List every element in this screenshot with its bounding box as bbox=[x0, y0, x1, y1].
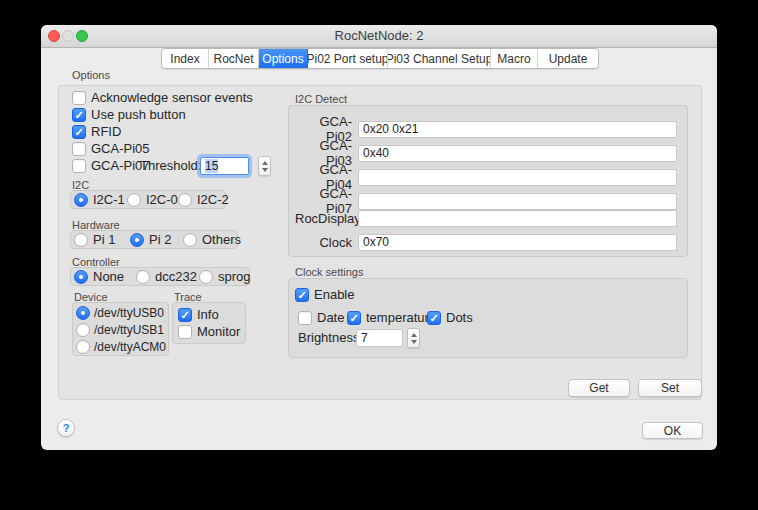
tab-update[interactable]: Update bbox=[538, 49, 598, 68]
stepper-up-icon bbox=[411, 333, 417, 337]
radio-label: Pi 2 bbox=[149, 233, 171, 247]
radio-pi-2[interactable]: Pi 2 bbox=[130, 233, 171, 247]
title-bar[interactable]: RocNetNode: 2 bbox=[41, 25, 717, 48]
help-button[interactable]: ? bbox=[57, 419, 75, 437]
radio-label: Pi 1 bbox=[93, 233, 115, 247]
brightness-stepper[interactable] bbox=[407, 328, 420, 348]
radio-icon bbox=[199, 270, 213, 284]
radio-icon bbox=[76, 323, 90, 337]
checkbox-icon bbox=[72, 142, 86, 156]
close-button[interactable] bbox=[48, 30, 60, 42]
checkbox-label: Use push button bbox=[91, 108, 186, 122]
brightness-input[interactable]: 7 bbox=[356, 329, 403, 347]
i2c-detect-row: RocDisplay bbox=[295, 210, 677, 227]
rocdisplay-input[interactable] bbox=[358, 210, 677, 227]
stepper-up-icon bbox=[262, 161, 268, 165]
stepper-down-icon bbox=[262, 168, 268, 172]
radio-icon bbox=[74, 270, 88, 284]
i2c-detect-group-label: I2C Detect bbox=[295, 93, 347, 105]
radio-icon bbox=[183, 233, 197, 247]
threshold-label-text: Threshold: bbox=[140, 159, 201, 173]
window-title: RocNetNode: 2 bbox=[335, 28, 424, 43]
checkbox-icon bbox=[72, 91, 86, 105]
radio-none[interactable]: None bbox=[74, 270, 124, 284]
checkbox-label: RFID bbox=[91, 125, 121, 139]
checkbox-icon bbox=[427, 311, 441, 325]
minimize-button[interactable] bbox=[62, 30, 74, 42]
radio-icon bbox=[74, 193, 88, 207]
checkbox-dots[interactable]: Dots bbox=[427, 311, 473, 325]
threshold-stepper[interactable] bbox=[258, 156, 271, 176]
radio-label: /dev/ttyUSB1 bbox=[94, 323, 164, 337]
radio-icon bbox=[136, 270, 150, 284]
radio-icon bbox=[76, 306, 90, 320]
tab-label: Options bbox=[262, 52, 303, 66]
radio-icon bbox=[76, 340, 90, 354]
checkbox-label: Enable bbox=[314, 288, 354, 302]
radio-dev-ttyusb1[interactable]: /dev/ttyUSB1 bbox=[76, 323, 164, 337]
desktop: { "window": { "title": "RocNetNode: 2" }… bbox=[0, 0, 758, 510]
tab-macro[interactable]: Macro bbox=[491, 49, 538, 68]
checkbox-acknowledge-sensor-events[interactable]: Acknowledge sensor events bbox=[72, 91, 253, 105]
gca-pi04-input[interactable] bbox=[358, 169, 677, 186]
tab-options[interactable]: Options bbox=[259, 49, 308, 68]
checkbox-temperature[interactable]: temperature bbox=[347, 311, 436, 325]
set-button[interactable]: Set bbox=[638, 379, 702, 397]
checkbox-use-push-button[interactable]: Use push button bbox=[72, 108, 186, 122]
gca-pi03-input[interactable]: 0x40 bbox=[358, 145, 677, 162]
radio-dcc232[interactable]: dcc232 bbox=[136, 270, 197, 284]
radio-label: dcc232 bbox=[155, 270, 197, 284]
radio-sprog[interactable]: sprog bbox=[199, 270, 251, 284]
threshold-value: 15 bbox=[205, 159, 218, 173]
checkbox-monitor[interactable]: Monitor bbox=[178, 325, 240, 339]
threshold-input[interactable]: 15 bbox=[200, 157, 249, 175]
radio-i2c-0[interactable]: I2C-0 bbox=[127, 193, 178, 207]
radio-icon bbox=[74, 233, 88, 247]
clock-settings-group-label: Clock settings bbox=[295, 266, 363, 278]
checkbox-enable[interactable]: Enable bbox=[295, 288, 354, 302]
radio-label: /dev/ttyACM0 bbox=[94, 340, 166, 354]
gca-pi07-input[interactable] bbox=[358, 193, 677, 210]
tab-rocnet[interactable]: RocNet bbox=[209, 49, 259, 68]
checkbox-rfid[interactable]: RFID bbox=[72, 125, 121, 139]
brightness-label-text: Brightness bbox=[298, 331, 359, 345]
tab-index[interactable]: Index bbox=[162, 49, 209, 68]
checkbox-date[interactable]: Date bbox=[298, 311, 344, 325]
checkbox-icon bbox=[347, 311, 361, 325]
gca-pi02-input[interactable]: 0x20 0x21 bbox=[358, 121, 677, 138]
tab-pi02-port-setup[interactable]: Pi02 Port setup bbox=[308, 49, 388, 68]
checkbox-gca-pi05[interactable]: GCA-Pi05 bbox=[72, 142, 150, 156]
radio-label: /dev/ttyUSB0 bbox=[94, 306, 164, 320]
stepper-down-icon bbox=[411, 340, 417, 344]
checkbox-icon bbox=[295, 288, 309, 302]
checkbox-label: Date bbox=[317, 311, 344, 325]
tab-label: Macro bbox=[497, 52, 530, 66]
get-button[interactable]: Get bbox=[568, 379, 630, 397]
checkbox-info[interactable]: Info bbox=[178, 308, 219, 322]
rocnetnode-dialog: RocNetNode: 2 Index RocNet Options Pi02 … bbox=[41, 25, 717, 450]
checkbox-label: Monitor bbox=[197, 325, 240, 339]
zoom-button[interactable] bbox=[76, 30, 88, 42]
threshold-label: Threshold: bbox=[140, 159, 201, 173]
brightness-label: Brightness bbox=[298, 331, 359, 345]
radio-label: None bbox=[93, 270, 124, 284]
checkbox-label: Acknowledge sensor events bbox=[91, 91, 253, 105]
ok-button[interactable]: OK bbox=[642, 422, 703, 439]
tab-pi03-channel-setup[interactable]: Pi03 Channel Setup bbox=[388, 49, 491, 68]
checkbox-label: GCA-Pi05 bbox=[91, 142, 150, 156]
clock-input[interactable]: 0x70 bbox=[358, 234, 677, 251]
radio-others[interactable]: Others bbox=[183, 233, 241, 247]
tab-label: Update bbox=[549, 52, 588, 66]
radio-icon bbox=[178, 193, 192, 207]
checkbox-gca-pi07[interactable]: GCA-Pi07 bbox=[72, 159, 150, 173]
radio-pi-1[interactable]: Pi 1 bbox=[74, 233, 115, 247]
radio-i2c-2[interactable]: I2C-2 bbox=[178, 193, 229, 207]
checkbox-label: Info bbox=[197, 308, 219, 322]
checkbox-icon bbox=[178, 325, 192, 339]
i2c-detect-row: Clock 0x70 bbox=[295, 234, 677, 251]
checkbox-icon bbox=[72, 125, 86, 139]
radio-i2c-1[interactable]: I2C-1 bbox=[74, 193, 125, 207]
tab-label: Index bbox=[170, 52, 199, 66]
radio-dev-ttyacm0[interactable]: /dev/ttyACM0 bbox=[76, 340, 166, 354]
radio-dev-ttyusb0[interactable]: /dev/ttyUSB0 bbox=[76, 306, 164, 320]
